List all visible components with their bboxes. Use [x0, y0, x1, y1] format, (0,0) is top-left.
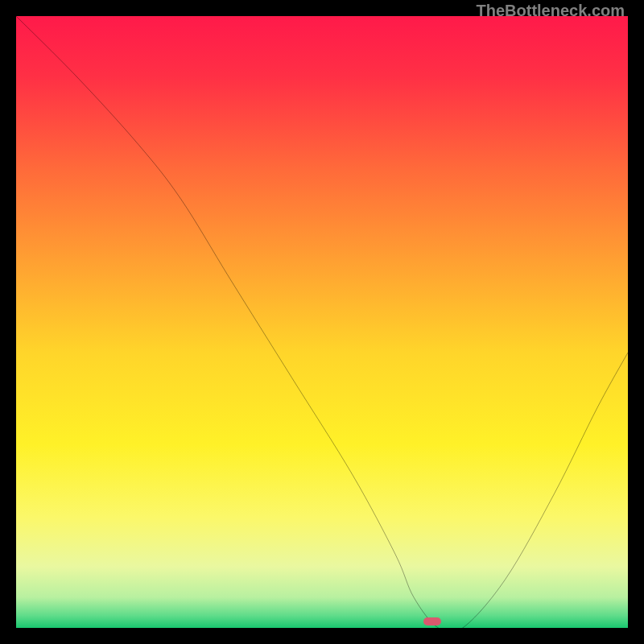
optimal-point-marker — [423, 617, 441, 625]
bottleneck-chart — [16, 16, 628, 628]
gradient-background — [16, 16, 628, 628]
svg-rect-0 — [16, 16, 628, 628]
